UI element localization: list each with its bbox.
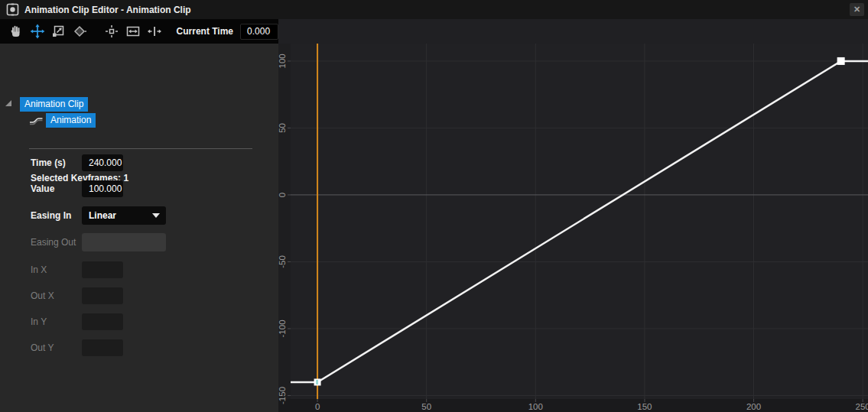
easing-in-label: Easing In [31, 210, 71, 221]
scale-tool-button[interactable] [49, 21, 69, 41]
current-time-label: Current Time [177, 26, 233, 37]
in-y-input [82, 313, 123, 330]
easing-in-value: Linear [89, 210, 116, 221]
in-x-input [82, 261, 123, 278]
move-tool-button[interactable] [28, 21, 47, 41]
x-tick-label: 0 [315, 402, 320, 411]
time-label: Time (s) [31, 157, 66, 168]
tree-expander-icon[interactable] [5, 100, 11, 106]
value-label: Value [31, 183, 54, 194]
hand-icon [8, 24, 24, 39]
keyframe-time-mark [316, 380, 318, 384]
value-input[interactable] [82, 180, 123, 197]
tree-item-animation[interactable]: Animation [46, 113, 96, 128]
properties-panel: Animation Clip Animation Selected Keyfra… [0, 44, 278, 412]
x-tick-label: 150 [637, 402, 652, 411]
close-icon[interactable]: ✕ [850, 3, 864, 16]
x-tick-label: 50 [421, 402, 431, 411]
y-tick-label: -50 [278, 255, 287, 268]
toolbar: Current Time [0, 19, 278, 44]
chevron-down-icon [152, 213, 160, 218]
pan-tool-button[interactable] [6, 21, 26, 41]
titlebar: Animation Clip Editor - Animation Clip ✕ [0, 0, 868, 19]
easing-in-dropdown[interactable]: Linear [82, 206, 166, 225]
x-axis-strip [278, 399, 868, 412]
easing-out-label: Easing Out [31, 237, 76, 248]
fit-horizontal-button[interactable] [123, 21, 143, 41]
y-axis-strip [278, 44, 291, 399]
animation-clip-editor-window: Animation Clip Editor - Animation Clip ✕ [0, 0, 868, 412]
fit-horizontal-icon [125, 24, 141, 39]
current-time-input[interactable] [240, 24, 278, 40]
y-tick-label: 100 [278, 54, 287, 68]
in-x-label: In X [31, 264, 47, 275]
center-view-button[interactable] [102, 21, 122, 41]
out-y-label: Out Y [31, 342, 54, 353]
easing-out-dropdown [82, 233, 166, 251]
panel-divider [29, 148, 252, 149]
time-input[interactable] [82, 154, 123, 171]
arrows-to-bar-icon [147, 24, 162, 39]
curve-editor-canvas[interactable]: 050100150200250100500-50-100-150 [278, 19, 868, 412]
out-x-label: Out X [31, 290, 54, 301]
center-crosshair-icon [104, 24, 119, 39]
x-tick-label: 200 [746, 402, 761, 411]
y-tick-label: 50 [278, 123, 287, 133]
window-title: Animation Clip Editor - Animation Clip [24, 5, 191, 15]
scale-icon [50, 24, 66, 39]
y-tick-label: -100 [278, 320, 287, 337]
clip-icon [6, 3, 19, 16]
tree-item-animation-clip[interactable]: Animation Clip [20, 97, 88, 112]
out-y-input [82, 339, 123, 356]
curve-editor: 050100150200250100500-50-100-150 [278, 19, 868, 412]
x-tick-label: 100 [528, 402, 543, 411]
out-x-input [82, 287, 123, 304]
keyframe-diamond-icon [72, 24, 87, 39]
x-tick-label: 250 [856, 402, 868, 411]
fit-width-button[interactable] [145, 21, 164, 41]
keyframe-tool-button[interactable] [70, 21, 89, 41]
y-tick-label: 0 [278, 193, 287, 197]
keyframe[interactable] [837, 57, 845, 65]
in-y-label: In Y [31, 316, 47, 327]
move-arrows-icon [30, 24, 45, 39]
y-tick-label: -150 [278, 387, 287, 404]
animation-curve-icon [29, 115, 44, 126]
